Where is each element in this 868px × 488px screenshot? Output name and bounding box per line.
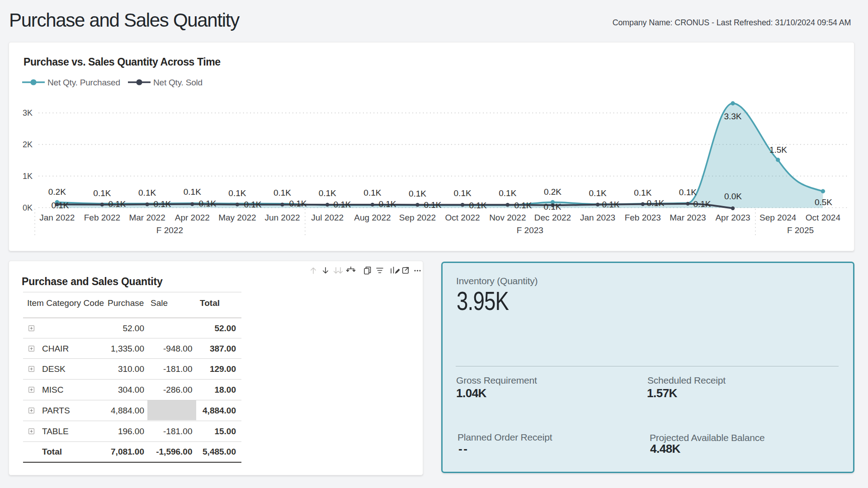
- svg-text:0.1K: 0.1K: [378, 199, 396, 209]
- svg-text:Mar 2023: Mar 2023: [670, 213, 706, 222]
- svg-text:Apr 2022: Apr 2022: [175, 213, 210, 222]
- svg-text:0.1K: 0.1K: [108, 199, 126, 209]
- svg-text:Sep 2022: Sep 2022: [399, 213, 436, 222]
- svg-text:1.5K: 1.5K: [769, 145, 787, 155]
- svg-text:F 2025: F 2025: [787, 225, 814, 235]
- svg-text:0.1K: 0.1K: [138, 188, 156, 197]
- svg-text:0.1K: 0.1K: [319, 188, 336, 198]
- svg-text:Mar 2022: Mar 2022: [129, 213, 165, 222]
- svg-text:0.1K: 0.1K: [409, 189, 426, 198]
- svg-text:0.2K: 0.2K: [544, 187, 561, 197]
- svg-text:F 2023: F 2023: [517, 225, 543, 235]
- svg-text:0.0K: 0.0K: [724, 192, 742, 201]
- svg-text:0.5K: 0.5K: [815, 197, 832, 207]
- svg-text:0.1K: 0.1K: [646, 198, 664, 208]
- svg-text:0.1K: 0.1K: [198, 199, 216, 208]
- svg-text:3.3K: 3.3K: [724, 112, 741, 121]
- svg-text:Apr 2023: Apr 2023: [715, 213, 750, 222]
- svg-text:Oct 2022: Oct 2022: [445, 213, 480, 222]
- svg-text:0.1K: 0.1K: [289, 199, 307, 208]
- svg-text:Jul 2022: Jul 2022: [311, 213, 344, 222]
- svg-text:2K: 2K: [23, 140, 33, 149]
- svg-text:0.1K: 0.1K: [363, 188, 381, 197]
- svg-text:Aug 2022: Aug 2022: [354, 213, 391, 222]
- svg-text:Jan 2022: Jan 2022: [39, 213, 75, 222]
- svg-text:0.1K: 0.1K: [424, 200, 441, 210]
- svg-text:0.1K: 0.1K: [469, 201, 486, 210]
- svg-text:0.1K: 0.1K: [693, 199, 711, 209]
- svg-text:0.1K: 0.1K: [333, 200, 351, 209]
- svg-text:0.1K: 0.1K: [679, 188, 697, 197]
- svg-text:0.1K: 0.1K: [454, 188, 472, 198]
- svg-text:0.1K: 0.1K: [51, 201, 69, 210]
- svg-text:0.1K: 0.1K: [228, 188, 246, 198]
- svg-text:Nov 2022: Nov 2022: [489, 213, 526, 222]
- svg-text:0.1K: 0.1K: [274, 188, 291, 197]
- svg-text:0.1K: 0.1K: [184, 187, 201, 197]
- svg-text:3K: 3K: [23, 108, 33, 117]
- svg-text:0.1K: 0.1K: [543, 202, 561, 211]
- svg-text:May 2022: May 2022: [218, 213, 256, 222]
- svg-text:Oct 2024: Oct 2024: [806, 213, 841, 222]
- svg-text:0.1K: 0.1K: [93, 188, 111, 198]
- svg-text:Jun 2022: Jun 2022: [264, 213, 300, 222]
- svg-text:0.1K: 0.1K: [499, 188, 516, 198]
- svg-text:Feb 2023: Feb 2023: [625, 213, 661, 222]
- svg-text:0.1K: 0.1K: [244, 200, 261, 209]
- svg-text:0.1K: 0.1K: [514, 201, 532, 210]
- svg-text:0K: 0K: [23, 203, 33, 212]
- svg-text:0.1K: 0.1K: [602, 200, 619, 209]
- svg-text:0.1K: 0.1K: [634, 188, 651, 197]
- svg-text:0.1K: 0.1K: [153, 199, 171, 209]
- svg-text:Sep 2024: Sep 2024: [760, 213, 797, 222]
- svg-text:Feb 2022: Feb 2022: [84, 213, 120, 222]
- svg-text:F 2022: F 2022: [156, 225, 183, 235]
- svg-text:Jan 2023: Jan 2023: [580, 213, 615, 222]
- svg-text:0.2K: 0.2K: [48, 187, 66, 197]
- svg-text:0.1K: 0.1K: [589, 188, 607, 198]
- svg-text:Dec 2022: Dec 2022: [534, 213, 571, 222]
- svg-text:1K: 1K: [23, 172, 33, 181]
